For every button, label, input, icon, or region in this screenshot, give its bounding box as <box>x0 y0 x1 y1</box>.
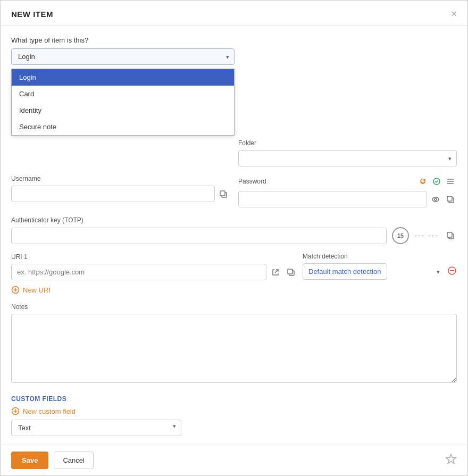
svg-rect-11 <box>447 232 452 237</box>
match-label: Match detection <box>303 253 457 260</box>
footer-left: Save Cancel <box>11 452 94 469</box>
password-options-button[interactable] <box>444 175 457 188</box>
name-group <box>11 139 230 166</box>
username-input-row <box>11 186 230 202</box>
username-group: Username <box>11 175 230 207</box>
svg-line-12 <box>275 270 278 273</box>
external-link-icon <box>272 269 279 276</box>
password-regenerate-button[interactable] <box>416 175 429 188</box>
notes-textarea[interactable] <box>11 314 457 383</box>
svg-point-7 <box>434 198 437 201</box>
item-type-select[interactable]: Login Card Identity Secure note <box>11 48 235 65</box>
username-input[interactable] <box>11 186 215 202</box>
item-type-question: What type of item is this? <box>11 36 457 44</box>
save-button[interactable]: Save <box>11 452 48 469</box>
password-check-button[interactable] <box>430 175 443 188</box>
folder-group: Folder <box>238 139 457 166</box>
new-uri-button[interactable]: New URI <box>11 286 51 294</box>
list-icon <box>446 177 455 186</box>
folder-select-wrapper <box>238 150 457 166</box>
uri-cols: URI 1 <box>11 253 457 280</box>
new-uri-label: New URI <box>23 286 51 294</box>
username-label: Username <box>11 175 230 182</box>
check-circle-icon <box>432 177 441 186</box>
custom-fields-section: CUSTOM FIELDS New custom field Text Hidd… <box>11 395 457 445</box>
notes-section: Notes <box>11 303 457 385</box>
copy-icon <box>446 231 455 240</box>
item-type-section: What type of item is this? Login Card Id… <box>11 36 457 65</box>
match-detection-select[interactable]: Default match detection Base domain Host… <box>303 263 387 280</box>
dialog-footer: Save Cancel <box>1 445 467 475</box>
totp-section: Authenticator key (TOTP) 15 --- --- <box>11 216 457 244</box>
refresh-icon <box>419 177 427 186</box>
credentials-row: Username Password <box>11 175 457 207</box>
uri-input-col: URI 1 <box>11 253 297 280</box>
custom-fields-label: CUSTOM FIELDS <box>11 395 457 403</box>
match-select-wrapper: Default match detection Base domain Host… <box>303 263 444 280</box>
dialog-body: What type of item is this? Login Card Id… <box>1 26 467 445</box>
totp-copy-button[interactable] <box>444 229 457 242</box>
dropdown-item-secure-note[interactable]: Secure note <box>12 119 234 135</box>
totp-row: 15 --- --- <box>11 227 457 244</box>
field-type-select[interactable]: Text Hidden Boolean Linked <box>11 420 181 436</box>
new-custom-field-button[interactable]: New custom field <box>11 407 76 415</box>
svg-point-6 <box>432 197 439 202</box>
folder-select[interactable] <box>238 150 457 166</box>
password-copy-button[interactable] <box>444 193 457 206</box>
svg-rect-1 <box>220 191 225 196</box>
close-button[interactable]: × <box>451 9 457 19</box>
cancel-button[interactable]: Cancel <box>54 452 93 469</box>
star-icon <box>445 453 457 465</box>
svg-marker-23 <box>446 454 456 464</box>
password-input-row <box>238 191 457 207</box>
copy-icon <box>446 195 455 204</box>
new-custom-field-label: New custom field <box>23 407 76 415</box>
password-input[interactable] <box>238 191 427 207</box>
copy-icon <box>287 268 295 277</box>
match-col: Match detection Default match detection … <box>303 253 457 280</box>
svg-rect-14 <box>288 269 292 274</box>
uri-section: URI 1 <box>11 253 457 294</box>
item-type-select-wrapper: Login Card Identity Secure note ▾ Login … <box>11 48 235 65</box>
plus-circle-icon <box>11 407 20 415</box>
dropdown-item-login[interactable]: Login <box>12 69 234 86</box>
name-folder-row: Folder <box>11 139 457 166</box>
totp-input[interactable] <box>11 228 387 244</box>
totp-dashes: --- --- <box>414 231 439 240</box>
new-item-dialog: NEW ITEM × What type of item is this? Lo… <box>0 0 468 476</box>
copy-icon <box>219 190 228 198</box>
dropdown-item-identity[interactable]: Identity <box>12 102 234 119</box>
uri-copy-button[interactable] <box>285 266 297 279</box>
minus-circle-icon <box>447 266 457 275</box>
password-group: Password <box>238 175 457 207</box>
uri-label: URI 1 <box>11 253 28 261</box>
folder-label: Folder <box>238 139 457 147</box>
dropdown-item-card[interactable]: Card <box>12 86 234 102</box>
plus-circle-icon <box>11 286 20 294</box>
uri-external-link-button[interactable] <box>270 266 281 278</box>
username-copy-button[interactable] <box>217 188 230 201</box>
totp-label: Authenticator key (TOTP) <box>11 216 83 224</box>
dialog-header: NEW ITEM × <box>1 1 467 26</box>
dialog-title: NEW ITEM <box>11 10 53 19</box>
item-type-dropdown: Login Card Identity Secure note <box>11 69 235 136</box>
uri-remove-button[interactable] <box>447 266 457 277</box>
password-label: Password <box>238 178 266 185</box>
totp-timer: 15 <box>392 227 409 244</box>
match-row: Default match detection Base domain Host… <box>303 263 457 280</box>
notes-label: Notes <box>11 303 28 311</box>
svg-rect-9 <box>447 196 452 201</box>
password-show-button[interactable] <box>429 193 442 206</box>
uri-input-row <box>11 264 297 280</box>
field-type-select-wrapper: Text Hidden Boolean Linked <box>11 415 181 436</box>
password-action-icons <box>416 175 457 188</box>
eye-icon <box>431 195 440 204</box>
uri-input[interactable] <box>11 264 266 280</box>
favorite-button[interactable] <box>445 453 457 467</box>
